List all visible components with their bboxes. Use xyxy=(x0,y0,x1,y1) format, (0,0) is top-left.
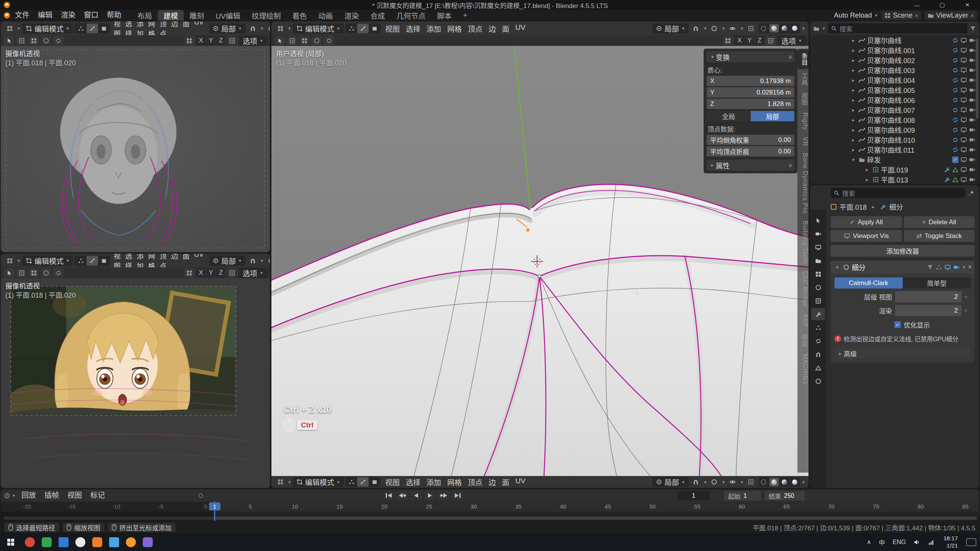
transform-orientation-selector[interactable]: 局部▾ xyxy=(652,477,689,487)
mode-selector[interactable]: 编辑模式▾ xyxy=(22,256,73,266)
taskbar-app-icon[interactable] xyxy=(106,533,122,551)
tool-option-button[interactable] xyxy=(28,268,39,277)
overlays-toggle[interactable] xyxy=(727,477,738,487)
menu-渲染[interactable]: 渲染 xyxy=(57,10,80,20)
viewport-menu-选择[interactable]: 选择 xyxy=(403,23,423,34)
unlink-viewlayer-button[interactable]: × xyxy=(970,12,974,19)
n-panel-tab[interactable]: 视图 xyxy=(797,89,808,109)
expand-arrow-icon[interactable]: ▸ xyxy=(850,37,857,43)
vertex-select-button[interactable] xyxy=(75,256,87,266)
overlays-toggle[interactable] xyxy=(727,23,738,34)
n-panel-tab[interactable]: VR xyxy=(797,134,808,150)
close-button[interactable]: ✕ xyxy=(955,0,980,10)
tool-option-button[interactable] xyxy=(299,36,310,45)
viewport-camera-reference[interactable] xyxy=(1,278,270,488)
solid-shading-button[interactable] xyxy=(769,478,779,486)
active-tool-button[interactable] xyxy=(4,36,15,45)
outliner-row[interactable]: ▸贝塞尔曲线.010 xyxy=(810,135,979,145)
start-button[interactable] xyxy=(0,533,21,551)
menu-文件[interactable]: 文件 xyxy=(11,10,34,20)
editor-type-button[interactable] xyxy=(274,23,286,34)
expand-arrow-icon[interactable]: ▸ xyxy=(850,97,857,103)
workspace-tab[interactable]: UV编辑 xyxy=(210,10,246,21)
axis-toggle-Z[interactable]: Z xyxy=(216,36,225,45)
median-x-field[interactable]: X0.17938 m xyxy=(707,76,794,86)
mode-selector[interactable]: 编辑模式▾ xyxy=(22,23,73,34)
outliner-row[interactable]: ▸贝塞尔曲线.007 xyxy=(810,105,979,115)
tool-option-button[interactable] xyxy=(287,36,297,45)
render-display-icon[interactable] xyxy=(953,264,960,271)
panel-menu-icon[interactable]: ≡ xyxy=(789,162,792,168)
snap-option-button[interactable] xyxy=(766,36,776,45)
breadcrumb-object[interactable]: 平面.018 xyxy=(840,202,867,212)
tool-option-button[interactable] xyxy=(41,36,51,45)
workspace-tab[interactable]: + xyxy=(457,10,473,21)
viewport-3d-head[interactable] xyxy=(1,46,270,252)
outliner-row[interactable]: ▸贝塞尔曲线.001 xyxy=(810,45,979,55)
tool-option-button[interactable] xyxy=(16,36,27,45)
xray-toggle[interactable] xyxy=(745,23,757,34)
tool-option-button[interactable] xyxy=(16,268,27,277)
tool-option-button[interactable] xyxy=(53,36,64,45)
n-panel-tab[interactable]: 工具 xyxy=(797,69,808,89)
volume-icon[interactable] xyxy=(910,533,924,551)
outliner-row[interactable]: ▸贝塞尔曲线.002 xyxy=(810,55,979,65)
properties-tab-object[interactable] xyxy=(811,295,825,307)
outliner-row[interactable]: ▸贝塞尔曲线.008 xyxy=(810,115,979,125)
edit-mode-toggle-icon[interactable] xyxy=(927,264,933,271)
global-button[interactable]: 全局 xyxy=(707,111,750,121)
viewport-menu-选择[interactable]: 选择 xyxy=(403,477,423,487)
expand-arrow-icon[interactable]: ▸ xyxy=(864,167,871,173)
panel-menu-icon[interactable]: ≡ xyxy=(789,54,792,60)
active-tool-button[interactable] xyxy=(274,36,285,45)
viewport-menu-添加[interactable]: 添加 xyxy=(423,23,444,34)
outliner-row[interactable]: ▸贝塞尔曲线.003 xyxy=(810,65,979,75)
add-modifier-button[interactable]: 添加修改器 xyxy=(831,245,975,257)
jump-to-end-button[interactable] xyxy=(452,491,463,500)
transform-orientation-selector[interactable]: 局部▾ xyxy=(209,256,245,266)
delete-all-button[interactable]: ×Delete All xyxy=(904,216,975,228)
n-panel-tab[interactable]: CSC Bridge xyxy=(797,267,808,310)
vertex-select-button[interactable] xyxy=(346,24,357,33)
snap-toggle[interactable] xyxy=(690,23,702,34)
frame-end-field[interactable]: 结束250 xyxy=(765,491,805,500)
snap-toggle[interactable] xyxy=(247,256,258,266)
mirror-toggle[interactable] xyxy=(723,36,733,45)
auto-keying-button[interactable] xyxy=(195,491,206,501)
expand-arrow-icon[interactable]: ▸ xyxy=(850,87,857,93)
edge-select-button[interactable] xyxy=(357,24,369,33)
expand-arrow-icon[interactable]: ▸ xyxy=(850,147,857,153)
outliner-search-input[interactable]: 搜索 xyxy=(828,23,967,33)
outliner-row[interactable]: ▸贝塞尔曲线.005 xyxy=(810,85,979,95)
optimal-display-checkbox[interactable]: ✓ xyxy=(894,321,901,328)
breadcrumb-modifier[interactable]: 细分 xyxy=(889,202,903,212)
face-select-button[interactable] xyxy=(98,24,109,33)
viewport-menu-网格[interactable]: 网格 xyxy=(444,477,465,487)
outliner-scrollbar[interactable] xyxy=(976,38,978,119)
workspace-tab[interactable]: 几何节点 xyxy=(391,10,431,21)
viewport-menu-顶点[interactable]: 顶点 xyxy=(465,23,485,34)
properties-tab-material[interactable] xyxy=(811,375,825,387)
outliner-row[interactable]: ▸贝塞尔曲线 xyxy=(810,35,979,45)
realtime-display-icon[interactable] xyxy=(944,264,951,271)
wireframe-shading-button[interactable] xyxy=(759,24,768,33)
face-select-button[interactable] xyxy=(98,256,109,266)
outliner-row[interactable]: ▾碎发✓ xyxy=(810,155,979,165)
axis-toggle-Z[interactable]: Z xyxy=(755,36,764,45)
maximize-button[interactable]: ▢ xyxy=(929,0,955,10)
viewport-menu-视图[interactable]: 视图 xyxy=(382,23,403,34)
animate-dot-icon[interactable] xyxy=(965,296,967,298)
viewlayer-selector[interactable]: ViewLayer × xyxy=(924,11,977,20)
axis-toggle-Y[interactable]: Y xyxy=(206,36,216,45)
menu-编辑[interactable]: 编辑 xyxy=(34,10,57,20)
taskbar-app-icon[interactable] xyxy=(21,533,38,551)
n-panel-tab[interactable]: ARP xyxy=(797,310,808,331)
edge-select-button[interactable] xyxy=(87,256,98,266)
median-z-field[interactable]: Z1.828 m xyxy=(707,99,794,109)
snap-option-button[interactable] xyxy=(227,36,238,45)
edge-select-button[interactable] xyxy=(87,24,98,33)
mirror-toggle[interactable] xyxy=(184,36,195,45)
properties-tab-world[interactable] xyxy=(811,281,825,293)
levels-viewport-field[interactable]: 2 xyxy=(895,291,962,302)
viewport-menu-UV[interactable]: UV xyxy=(512,23,528,34)
